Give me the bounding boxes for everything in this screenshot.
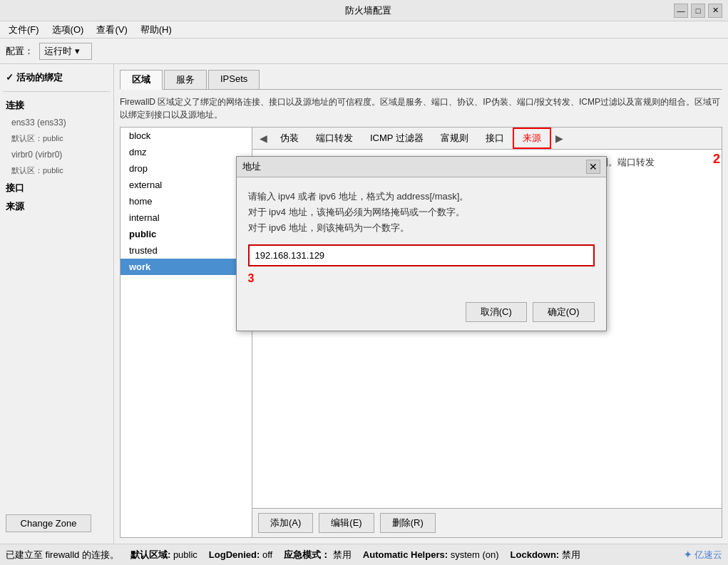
runtime-select[interactable]: 运行时 ▾ bbox=[39, 43, 92, 60]
zone-item-drop[interactable]: drop bbox=[121, 160, 252, 177]
dialog-desc-line2: 对于 ipv4 地址，该掩码必须为网络掩码或一个数字。 bbox=[248, 207, 465, 217]
titlebar: 防火墙配置 — □ ✕ bbox=[0, 0, 728, 21]
status-emergency: 应急模式： 禁用 bbox=[284, 549, 352, 561]
titlebar-title: 防火墙配置 bbox=[63, 4, 674, 17]
brand-logo: ✦ 亿速云 bbox=[684, 549, 722, 561]
sidebar-bottom: Change Zone bbox=[3, 512, 111, 535]
subtab-arrow-left[interactable]: ◀ bbox=[255, 130, 272, 147]
zone-item-public[interactable]: public bbox=[121, 226, 252, 242]
dialog-body: 请输入 ipv4 或者 ipv6 地址，格式为 address[/mask]。 … bbox=[237, 177, 606, 296]
zone-item-trusted[interactable]: trusted bbox=[121, 242, 252, 259]
subtab-masquerade[interactable]: 伪装 bbox=[272, 129, 307, 147]
zone-item-home[interactable]: home bbox=[121, 193, 252, 209]
zone-description: FirewallD 区域定义了绑定的网络连接、接口以及源地址的可信程度。区域是服… bbox=[120, 95, 722, 121]
brand-icon: ✦ bbox=[684, 549, 692, 560]
sidebar: ✓ 活动的绑定 连接 ens33 (ens33) 默认区：public virb… bbox=[0, 64, 114, 544]
status-default-zone: 默认区域: public bbox=[130, 549, 198, 561]
titlebar-controls: — □ ✕ bbox=[674, 4, 722, 18]
toolbar: 配置： 运行时 ▾ bbox=[0, 38, 728, 64]
status-connected: 已建立至 firewalld 的连接。 bbox=[6, 549, 119, 561]
lockdown-label: Lockdown: bbox=[511, 549, 560, 560]
tab-ipsets[interactable]: IPSets bbox=[208, 70, 260, 89]
change-zone-button[interactable]: Change Zone bbox=[6, 514, 91, 532]
edit-button[interactable]: 编辑(E) bbox=[319, 513, 374, 533]
annotation-2: 2 bbox=[713, 152, 720, 167]
zone-list: block dmz drop external home internal pu… bbox=[121, 128, 252, 537]
tab-services[interactable]: 服务 bbox=[164, 70, 207, 89]
auto-helpers-label: Automatic Helpers: bbox=[363, 549, 448, 560]
zone-item-work[interactable]: work bbox=[121, 259, 252, 275]
dialog-titlebar: 地址 ✕ bbox=[237, 157, 606, 177]
menu-file[interactable]: 文件(F) bbox=[3, 22, 45, 38]
dialog-desc-line3: 对于 ipv6 地址，则该掩码为一个数字。 bbox=[248, 222, 409, 233]
dialog-buttons: 取消(C) 确定(O) bbox=[237, 296, 606, 331]
sidebar-section-connect: 连接 bbox=[3, 98, 111, 113]
close-button[interactable]: ✕ bbox=[708, 4, 722, 18]
menu-options[interactable]: 选项(O) bbox=[46, 22, 90, 38]
dialog-desc-line1: 请输入 ipv4 或者 ipv6 地址，格式为 address[/mask]。 bbox=[248, 191, 469, 202]
default-zone-value: public bbox=[173, 549, 198, 560]
config-label: 配置： bbox=[6, 45, 34, 58]
status-lockdown: Lockdown: 禁用 bbox=[511, 549, 580, 561]
status-auto-helpers: Automatic Helpers: system (on) bbox=[363, 549, 499, 560]
address-dialog: 地址 ✕ 请输入 ipv4 或者 ipv6 地址，格式为 address[/ma… bbox=[236, 156, 607, 331]
delete-button[interactable]: 删除(R) bbox=[380, 513, 436, 533]
add-button[interactable]: 添加(A) bbox=[258, 513, 313, 533]
subtab-bar: ◀ 伪装 端口转发 ICMP 过滤器 富规则 接口 来源 ▶ bbox=[252, 128, 722, 150]
minimize-button[interactable]: — bbox=[674, 4, 688, 18]
action-buttons: 添加(A) 编辑(E) 删除(R) bbox=[252, 508, 722, 537]
address-input[interactable] bbox=[248, 244, 595, 266]
default-zone-label: 默认区域: bbox=[130, 549, 170, 560]
log-denied-value: off bbox=[262, 549, 272, 560]
emergency-value: 禁用 bbox=[333, 549, 352, 560]
ok-button[interactable]: 确定(O) bbox=[533, 302, 595, 322]
subtab-port-forward[interactable]: 端口转发 bbox=[307, 129, 362, 147]
dialog-description: 请输入 ipv4 或者 ipv6 地址，格式为 address[/mask]。 … bbox=[248, 189, 595, 236]
menubar: 文件(F) 选项(O) 查看(V) 帮助(H) bbox=[0, 21, 728, 38]
zone-panel: block dmz drop external home internal pu… bbox=[120, 127, 722, 538]
subtab-icmp[interactable]: ICMP 过滤器 bbox=[362, 129, 432, 147]
sidebar-conn1-zone: 默认区：public bbox=[3, 132, 111, 145]
lockdown-value: 禁用 bbox=[562, 549, 580, 560]
subtab-arrow-right[interactable]: ▶ bbox=[551, 130, 568, 147]
subtab-interface[interactable]: 接口 bbox=[477, 129, 513, 147]
sidebar-section-source: 来源 bbox=[3, 199, 111, 214]
dialog-title: 地址 bbox=[242, 160, 261, 173]
zone-item-block[interactable]: block bbox=[121, 128, 252, 144]
sidebar-conn2-zone: 默认区：public bbox=[3, 164, 111, 177]
zone-item-dmz[interactable]: dmz bbox=[121, 144, 252, 160]
statusbar: 已建立至 firewalld 的连接。 默认区域: public LogDeni… bbox=[0, 544, 728, 565]
subtab-rich-rules[interactable]: 富规则 bbox=[432, 129, 477, 147]
sidebar-section-interface: 接口 bbox=[3, 180, 111, 196]
maximize-button[interactable]: □ bbox=[691, 4, 705, 18]
zone-item-external[interactable]: external bbox=[121, 177, 252, 193]
tab-bar: 区域 服务 IPSets bbox=[120, 70, 722, 90]
status-log-denied: LogDenied: off bbox=[209, 549, 272, 560]
annotation-3: 3 bbox=[248, 272, 595, 285]
sidebar-divider-1 bbox=[3, 91, 111, 92]
emergency-label: 应急模式： bbox=[284, 549, 330, 560]
auto-helpers-value: system (on) bbox=[451, 549, 499, 560]
menu-view[interactable]: 查看(V) bbox=[91, 22, 133, 38]
sidebar-conn2-name[interactable]: virbr0 (virbr0) bbox=[3, 148, 111, 161]
dialog-close-button[interactable]: ✕ bbox=[586, 160, 600, 174]
sidebar-conn1-name[interactable]: ens33 (ens33) bbox=[3, 116, 111, 129]
tab-zones[interactable]: 区域 bbox=[120, 70, 163, 90]
cancel-button[interactable]: 取消(C) bbox=[466, 302, 527, 322]
zone-item-internal[interactable]: internal bbox=[121, 209, 252, 226]
menu-help[interactable]: 帮助(H) bbox=[135, 22, 178, 38]
subtab-source[interactable]: 来源 bbox=[513, 128, 551, 149]
brand-text: 亿速云 bbox=[694, 549, 722, 561]
content-area: 区域 服务 IPSets FirewallD 区域定义了绑定的网络连接、接口以及… bbox=[114, 64, 728, 544]
active-binding-label: ✓ 活动的绑定 bbox=[6, 71, 63, 84]
log-denied-label: LogDenied: bbox=[209, 549, 260, 560]
